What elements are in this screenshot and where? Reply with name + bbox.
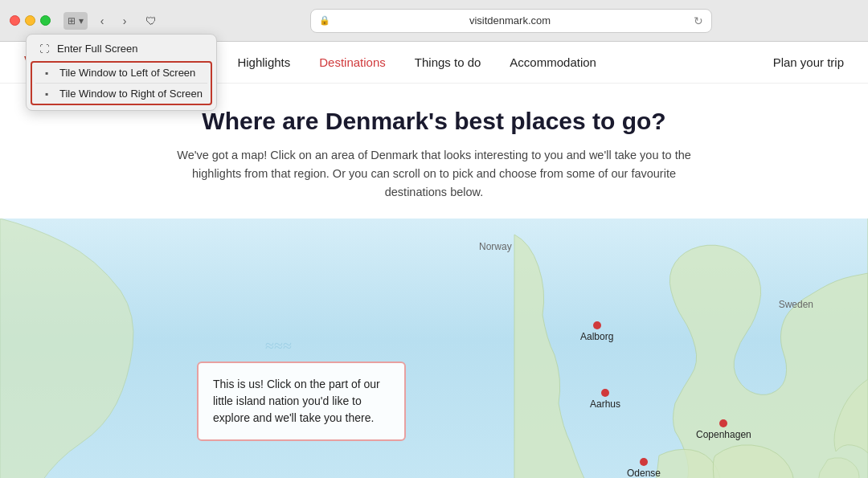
menu-item-fullscreen[interactable]: ⛶ Enter Full Screen [27, 38, 216, 59]
copenhagen-pin [719, 419, 727, 427]
odense-label: Odense [627, 468, 661, 478]
tile-left-icon: ▪ [40, 67, 53, 79]
map-container[interactable]: ≈≈≈ ≈≈≈ Norway Sweden Aalborg Aarhus Cop… [0, 219, 868, 478]
menu-item-tile-right[interactable]: ▪ Tile Window to Right of Screen [32, 84, 211, 104]
nav-link-highlights[interactable]: Highlights [237, 55, 290, 69]
context-menu: ⛶ Enter Full Screen ▪ Tile Window to Lef… [26, 34, 217, 111]
traffic-lights [10, 15, 51, 26]
tile-right-icon: ▪ [40, 88, 53, 100]
reload-icon[interactable]: ↻ [694, 14, 703, 27]
aarhus-label: Aarhus [590, 398, 620, 410]
close-button[interactable] [10, 15, 20, 26]
page-title: Where are Denmark's best places to go? [16, 108, 852, 135]
aarhus-pin [601, 389, 609, 397]
shield-icon-left: 🛡 [145, 14, 157, 27]
menu-item-tile-right-label: Tile Window to Right of Screen [59, 88, 203, 100]
city-aalborg[interactable]: Aalborg [580, 321, 613, 342]
city-aarhus[interactable]: Aarhus [590, 389, 620, 410]
menu-item-fullscreen-label: Enter Full Screen [57, 43, 137, 55]
odense-pin [640, 458, 648, 466]
copenhagen-label: Copenhagen [696, 429, 751, 440]
nav-link-accommodation[interactable]: Accommodation [510, 55, 596, 69]
address-bar[interactable]: 🔒 visitdenmark.com ↻ [310, 9, 712, 33]
nav-link-destinations[interactable]: Destinations [319, 55, 386, 69]
menu-item-tile-left-label: Tile Window to Left of Screen [59, 67, 195, 79]
window-tile-icon[interactable]: ⊞ ▾ [63, 12, 88, 30]
forward-button[interactable]: › [117, 13, 133, 29]
aalborg-label: Aalborg [580, 331, 613, 342]
map-label-sweden: Sweden [779, 299, 813, 310]
back-button[interactable]: ‹ [94, 13, 110, 29]
nav-link-things-to-do[interactable]: Things to do [415, 55, 481, 69]
nav-plan-trip[interactable]: Plan your trip [773, 55, 844, 69]
map-label-norway: Norway [479, 241, 512, 252]
fullscreen-icon: ⛶ [38, 43, 51, 55]
map-tooltip-text: This is us! Click on the part of our lit… [213, 378, 380, 424]
maximize-button[interactable] [40, 15, 51, 26]
lock-icon: 🔒 [319, 15, 330, 26]
menu-item-tile-left[interactable]: ▪ Tile Window to Left of Screen [32, 63, 211, 83]
city-copenhagen[interactable]: Copenhagen [696, 419, 751, 440]
minimize-button[interactable] [25, 15, 35, 26]
aalborg-pin [593, 321, 601, 329]
city-odense[interactable]: Odense [627, 458, 661, 478]
page-subtitle: We've got a map! Click on an area of Den… [161, 146, 707, 202]
svg-text:≈≈≈: ≈≈≈ [265, 337, 292, 354]
url-display: visitdenmark.com [335, 14, 686, 27]
map-tooltip: This is us! Click on the part of our lit… [197, 362, 406, 441]
